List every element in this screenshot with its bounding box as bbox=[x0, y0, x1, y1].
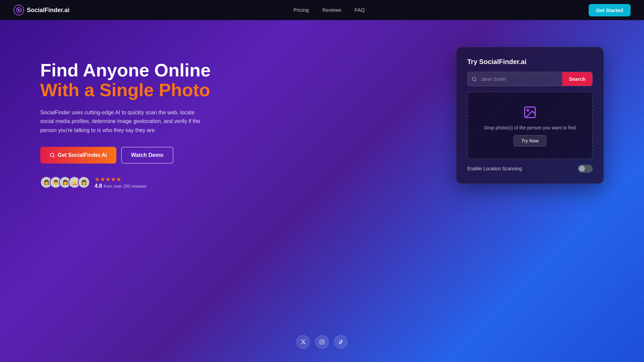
watch-demo-button[interactable]: Watch Demo bbox=[121, 147, 173, 164]
instagram-icon bbox=[319, 339, 325, 345]
hero-section: Find Anyone Online With a Single Photo S… bbox=[0, 20, 644, 362]
nav-links: Pricing Reviews FAQ bbox=[293, 7, 365, 13]
brand-logo[interactable]: SocialFinder.ai bbox=[13, 5, 69, 15]
rating-value: 4.8 from over 250 reviews bbox=[95, 183, 147, 189]
star-rating: ★★★★★ bbox=[95, 176, 147, 183]
svg-rect-5 bbox=[320, 340, 324, 344]
location-toggle[interactable] bbox=[578, 165, 593, 173]
try-card: Try SocialFinder.ai Search bbox=[456, 47, 604, 184]
brand-icon bbox=[13, 5, 24, 15]
hero-description: SocialFinder uses cutting-edge AI to qui… bbox=[40, 108, 201, 135]
twitter-x-button[interactable] bbox=[297, 335, 310, 349]
drop-zone-text: Drop photo(s) of the person you want to … bbox=[475, 125, 585, 130]
svg-point-4 bbox=[527, 109, 529, 111]
hero-content: Find Anyone Online With a Single Photo S… bbox=[0, 20, 644, 335]
search-icon bbox=[468, 72, 481, 86]
tiktok-button[interactable] bbox=[334, 335, 347, 349]
svg-point-6 bbox=[321, 341, 323, 343]
nav-pricing[interactable]: Pricing bbox=[293, 7, 309, 13]
name-search-input[interactable] bbox=[481, 72, 562, 86]
social-row bbox=[0, 335, 644, 362]
reviews-text: ★★★★★ 4.8 from over 250 reviews bbox=[95, 176, 147, 189]
try-now-button[interactable]: Try Now bbox=[514, 135, 546, 146]
brand-name: SocialFinder.ai bbox=[27, 7, 69, 14]
hero-title-line1: Find Anyone Online bbox=[40, 60, 211, 80]
search-row: Search bbox=[467, 72, 593, 86]
location-label: Enable Location Scanning bbox=[467, 166, 522, 171]
navbar: SocialFinder.ai Pricing Reviews FAQ Get … bbox=[0, 0, 644, 20]
card-title: Try SocialFinder.ai bbox=[467, 58, 593, 66]
get-socialfinder-button[interactable]: Get SocialFinder.Ai bbox=[40, 147, 116, 164]
svg-point-2 bbox=[472, 77, 476, 81]
nav-get-started-button[interactable]: Get Started bbox=[589, 4, 631, 16]
hero-buttons: Get SocialFinder.Ai Watch Demo bbox=[40, 147, 211, 164]
nav-faq[interactable]: FAQ bbox=[355, 7, 365, 13]
reviews-row: 👩 👨 👩 👱 👩 ★★★★★ 4.8 from over 250 review… bbox=[40, 176, 211, 189]
svg-point-7 bbox=[323, 341, 323, 341]
search-small-icon bbox=[50, 153, 55, 158]
image-upload-icon bbox=[522, 104, 538, 120]
x-icon bbox=[301, 339, 306, 345]
get-socialfinder-label: Get SocialFinder.Ai bbox=[58, 152, 107, 158]
photo-drop-zone[interactable]: Drop photo(s) of the person you want to … bbox=[467, 92, 593, 159]
hero-left: Find Anyone Online With a Single Photo S… bbox=[40, 47, 211, 189]
search-button[interactable]: Search bbox=[562, 72, 592, 86]
tiktok-icon bbox=[338, 339, 343, 345]
nav-reviews[interactable]: Reviews bbox=[322, 7, 341, 13]
avatar: 👩 bbox=[78, 176, 90, 188]
avatar-stack: 👩 👨 👩 👱 👩 bbox=[40, 176, 90, 188]
location-row: Enable Location Scanning bbox=[467, 165, 593, 173]
svg-point-1 bbox=[50, 153, 54, 157]
instagram-button[interactable] bbox=[315, 335, 329, 349]
hero-title-line2: With a Single Photo bbox=[40, 80, 211, 100]
